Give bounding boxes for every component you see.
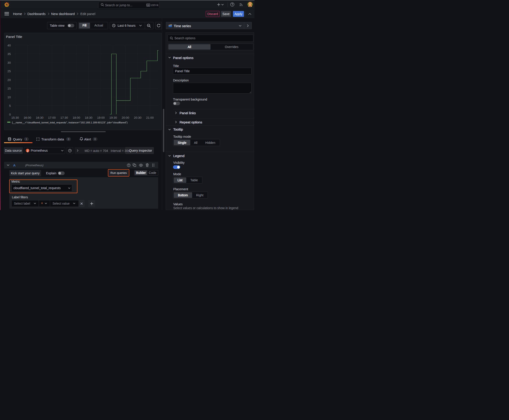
svg-text:20: 20: [8, 78, 11, 82]
svg-text:40: 40: [8, 44, 11, 47]
svg-text:10: 10: [8, 96, 11, 99]
svg-text:15:30: 15:30: [11, 116, 19, 119]
svg-text:16:00: 16:00: [23, 116, 31, 119]
svg-text:18:00: 18:00: [73, 116, 80, 119]
svg-text:0: 0: [9, 113, 11, 116]
svg-text:30: 30: [8, 61, 11, 64]
svg-text:20:30: 20:30: [134, 116, 142, 119]
svg-text:20:00: 20:00: [122, 116, 129, 119]
svg-text:21:00: 21:00: [146, 116, 154, 119]
svg-text:35: 35: [8, 52, 11, 56]
svg-text:19:00: 19:00: [97, 116, 105, 119]
svg-text:15: 15: [8, 87, 11, 90]
svg-text:16:30: 16:30: [36, 116, 44, 119]
svg-text:{__name__="cloudflared_tunnel_: {__name__="cloudflared_tunnel_total_requ…: [12, 121, 128, 124]
svg-text:5: 5: [9, 104, 11, 107]
svg-text:17:00: 17:00: [48, 116, 56, 119]
svg-text:18:30: 18:30: [85, 116, 92, 119]
svg-text:17:30: 17:30: [60, 116, 68, 119]
svg-text:25: 25: [8, 69, 11, 73]
svg-text:19:30: 19:30: [109, 116, 117, 119]
